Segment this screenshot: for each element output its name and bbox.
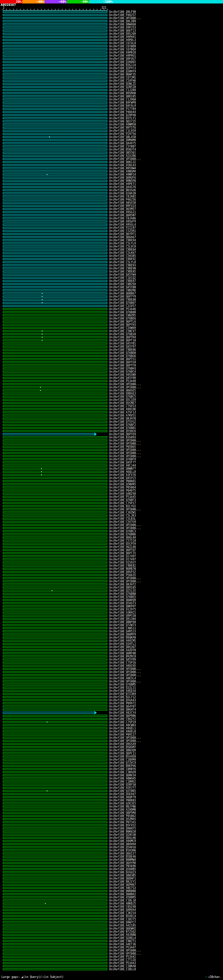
hit-label[interactable]: UniRef100_C1BKA8	[109, 965, 136, 968]
hit-bar[interactable]	[3, 790, 107, 792]
hit-label[interactable]: UniRef100_A2XJB6	[109, 154, 136, 158]
hit-bar[interactable]	[3, 36, 107, 38]
hit-bar[interactable]	[3, 680, 107, 682]
hit-bar[interactable]	[3, 227, 107, 229]
hit-label[interactable]: UniRef100_A9UCH6	[109, 408, 136, 411]
hit-label[interactable]: UniRef100_Q6YPF1	[109, 232, 136, 236]
hit-bar[interactable]	[3, 496, 107, 498]
hit-bar[interactable]	[3, 605, 107, 607]
hit-label[interactable]: UniRef100_C57518	[109, 539, 136, 542]
hit-bar[interactable]	[3, 687, 107, 689]
hit-label[interactable]: UniRef100_Q76BF2	[109, 423, 136, 426]
hit-bar[interactable]	[3, 133, 107, 135]
hit-label[interactable]: UniRef100_C5LJK3	[109, 514, 136, 517]
hit-label[interactable]: UniRef100_A4II85	[109, 924, 136, 927]
hit-label[interactable]: UniRef100_B5FX52	[109, 824, 136, 827]
hit-label[interactable]: UniRef100_Q76B88	[109, 311, 136, 314]
hit-bar[interactable]	[3, 602, 107, 604]
hit-label[interactable]: UniRef100_C7SP17	[109, 502, 136, 505]
hit-bar[interactable]	[3, 267, 107, 269]
hit-label[interactable]: UniRef100_A0SX58	[109, 201, 136, 204]
hit-bar[interactable]	[3, 173, 107, 175]
hit-bar[interactable]	[3, 662, 107, 663]
hit-label[interactable]: UniRef100_Q9W7C7	[109, 921, 136, 924]
hit-label[interactable]: UniRef100_C3UZW1	[109, 511, 136, 514]
hit-label[interactable]: UniRef100_C7SP23	[109, 405, 136, 408]
hit-bar[interactable]	[3, 511, 107, 514]
hit-label[interactable]: UniRef100_UPI000...	[109, 740, 141, 743]
hit-label[interactable]: UniRef100_C1BXM4	[109, 758, 136, 761]
hit-bar[interactable]	[3, 565, 107, 566]
hit-label[interactable]: UniRef100_Q66L84	[109, 536, 136, 539]
hit-label[interactable]: UniRef100_Q9GSX9	[109, 743, 136, 746]
hit-label[interactable]: UniRef100_B3GJJ4	[109, 64, 136, 67]
hit-bar[interactable]	[3, 465, 107, 466]
hit-label[interactable]: UniRef100_C6TJM1	[109, 76, 136, 79]
hit-bar[interactable]	[3, 339, 107, 341]
hit-label[interactable]: UniRef100_B2GUZ3	[109, 871, 136, 874]
hit-label[interactable]: UniRef100_Q9DGE3	[109, 392, 136, 395]
hit-label[interactable]: UniRef100_C5LVC8	[109, 245, 136, 248]
hit-bar[interactable]	[3, 280, 107, 282]
hit-label[interactable]: UniRef100_P46256	[109, 198, 136, 201]
hit-bar[interactable]	[3, 633, 107, 635]
hit-bar[interactable]	[3, 255, 107, 257]
hit-bar[interactable]	[3, 837, 107, 839]
hit-label[interactable]: UniRef100_Q5E947	[109, 792, 136, 796]
hit-label[interactable]: UniRef100_Q76BC3	[109, 530, 136, 533]
hit-label[interactable]: UniRef100_Q6P7Y9	[109, 295, 136, 298]
hit-label[interactable]: UniRef100_Q5CP59	[109, 542, 136, 546]
hit-bar[interactable]	[3, 708, 107, 711]
hit-bar[interactable]	[3, 502, 107, 504]
hit-bar[interactable]	[3, 414, 107, 417]
hit-label[interactable]: UniRef100_C3KHZ8	[109, 771, 136, 774]
hit-bar[interactable]	[3, 196, 107, 197]
hit-bar[interactable]	[3, 48, 107, 51]
hit-label[interactable]: UniRef100_A9PB18	[109, 51, 136, 54]
hit-label[interactable]: UniRef100_Q44S76	[109, 186, 136, 189]
hit-bar[interactable]	[3, 445, 107, 448]
hit-label[interactable]: UniRef100_UPI000...	[109, 667, 141, 671]
hit-label[interactable]: UniRef100_C7T1I6	[109, 958, 136, 962]
hit-label[interactable]: UniRef100_C9DE93	[109, 264, 136, 267]
hit-label[interactable]: UniRef100_Q4R523	[109, 630, 136, 633]
hit-bar[interactable]	[3, 293, 107, 294]
hit-label[interactable]: UniRef100_A9CJ44	[109, 464, 136, 467]
hit-bar[interactable]	[3, 853, 107, 854]
hit-bar[interactable]	[3, 562, 107, 563]
hit-label[interactable]: UniRef100_A5B143	[109, 164, 136, 167]
hit-bar[interactable]	[3, 349, 107, 351]
hit-label[interactable]: UniRef100_A9UMC9	[109, 840, 136, 843]
hit-bar[interactable]	[3, 674, 107, 676]
hit-bar[interactable]	[3, 264, 107, 266]
hit-bar[interactable]	[3, 220, 107, 223]
hit-bar[interactable]	[3, 583, 107, 585]
hit-label[interactable]: UniRef100_Q9LZB9	[109, 20, 136, 23]
hit-bar[interactable]	[3, 671, 107, 673]
hit-label[interactable]: UniRef100_A3KH21	[109, 611, 136, 614]
hit-bar[interactable]	[3, 593, 107, 595]
hit-bar[interactable]	[3, 405, 107, 407]
hit-bar[interactable]	[3, 471, 107, 473]
hit-bar[interactable]	[3, 120, 107, 123]
hit-bar[interactable]	[3, 928, 107, 929]
hit-bar[interactable]	[3, 618, 107, 620]
hit-bar[interactable]	[3, 430, 107, 432]
hit-label[interactable]: UniRef100_C6TBQ4	[109, 48, 136, 51]
hit-label[interactable]: UniRef100_C5LK67	[109, 251, 136, 255]
hit-bar[interactable]	[3, 358, 107, 360]
hit-bar[interactable]	[3, 51, 107, 54]
hit-bar[interactable]	[3, 452, 107, 454]
hit-bar[interactable]	[3, 608, 107, 611]
hit-label[interactable]: UniRef100_C9DE84	[109, 248, 136, 251]
hit-bar[interactable]	[3, 383, 107, 385]
hit-label[interactable]: UniRef100_Q2NTZ8	[109, 86, 136, 89]
hit-label[interactable]: UniRef100_Q76BH3	[109, 367, 136, 370]
hit-label[interactable]: UniRef100_UPI000...	[109, 680, 141, 683]
hit-bar[interactable]	[3, 611, 107, 614]
hit-label[interactable]: UniRef100_Q8X3Q7	[109, 646, 136, 649]
hit-label[interactable]: UniRef100_Q05501	[109, 151, 136, 154]
hit-bar[interactable]	[3, 696, 107, 698]
hit-bar[interactable]	[3, 659, 107, 660]
hit-label[interactable]: UniRef100_C1JZ89	[109, 89, 136, 92]
